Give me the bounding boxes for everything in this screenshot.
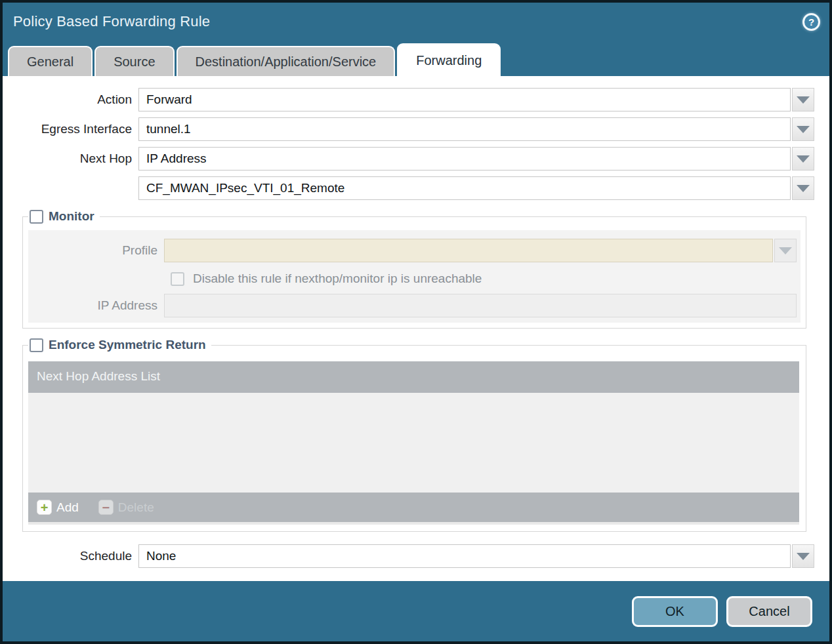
schedule-label: Schedule xyxy=(3,549,138,563)
symmetric-return-legend-label: Enforce Symmetric Return xyxy=(49,338,206,352)
cancel-button[interactable]: Cancel xyxy=(726,596,812,627)
next-hop-address-dropdown-button[interactable] xyxy=(792,176,814,200)
monitor-legend: Monitor xyxy=(28,209,100,224)
dialog-title: Policy Based Forwarding Rule xyxy=(13,13,210,30)
next-hop-address-select[interactable]: CF_MWAN_IPsec_VTI_01_Remote xyxy=(138,176,791,200)
tab-forwarding-label: Forwarding xyxy=(416,53,482,68)
disable-rule-row: Disable this rule if nexthop/monitor ip … xyxy=(171,272,797,286)
ok-button[interactable]: OK xyxy=(632,596,718,627)
tab-destination-application-service[interactable]: Destination/Application/Service xyxy=(177,46,396,76)
schedule-row: Schedule None xyxy=(3,544,814,568)
add-button-label: Add xyxy=(56,500,79,515)
chevron-down-icon xyxy=(797,126,810,133)
action-row: Action Forward xyxy=(3,88,814,111)
schedule-dropdown-button[interactable] xyxy=(792,544,814,568)
titlebar: Policy Based Forwarding Rule ? xyxy=(3,3,829,41)
plus-icon: + xyxy=(37,500,52,515)
next-hop-address-list-toolbar: + Add − Delete xyxy=(28,493,799,522)
profile-dropdown-button xyxy=(774,239,797,262)
tab-source-label: Source xyxy=(114,54,155,70)
dialog-footer: OK Cancel xyxy=(3,581,829,641)
egress-interface-select[interactable]: tunnel.1 xyxy=(138,117,791,141)
chevron-down-icon xyxy=(797,96,810,104)
monitor-checkbox[interactable] xyxy=(30,210,43,224)
monitor-legend-label: Monitor xyxy=(49,209,94,224)
action-label: Action xyxy=(3,92,138,107)
symmetric-return-legend: Enforce Symmetric Return xyxy=(28,338,211,352)
forwarding-tab-panel: Action Forward Egress Interface tunnel.1… xyxy=(3,76,829,581)
delete-button-label: Delete xyxy=(118,500,154,515)
profile-label: Profile xyxy=(28,243,164,258)
next-hop-row: Next Hop IP Address xyxy=(3,147,814,171)
profile-select xyxy=(164,239,773,262)
chevron-down-icon xyxy=(797,553,810,560)
delete-button: − Delete xyxy=(98,500,154,515)
monitor-section: Monitor Profile Disable this rule if nex… xyxy=(22,209,806,329)
list-bottom-strip xyxy=(28,522,799,525)
egress-interface-dropdown-button[interactable] xyxy=(792,117,814,141)
chevron-down-icon xyxy=(797,185,810,192)
schedule-select[interactable]: None xyxy=(138,544,791,568)
monitor-ip-address-input xyxy=(164,294,797,317)
monitor-panel: Profile Disable this rule if nexthop/mon… xyxy=(28,230,801,323)
action-dropdown-button[interactable] xyxy=(792,88,814,111)
tab-bar: General Source Destination/Application/S… xyxy=(3,41,829,76)
symmetric-return-checkbox[interactable] xyxy=(30,338,43,352)
next-hop-address-list: Next Hop Address List + Add − Delete xyxy=(28,361,799,525)
next-hop-address-list-header: Next Hop Address List xyxy=(28,361,799,393)
minus-icon: − xyxy=(98,500,114,515)
next-hop-address-row: CF_MWAN_IPsec_VTI_01_Remote xyxy=(3,176,814,200)
chevron-down-icon xyxy=(797,155,810,163)
next-hop-dropdown-button[interactable] xyxy=(792,147,814,171)
egress-interface-label: Egress Interface xyxy=(3,122,138,136)
action-select[interactable]: Forward xyxy=(138,88,791,111)
chevron-down-icon xyxy=(779,247,792,254)
disable-rule-label: Disable this rule if nexthop/monitor ip … xyxy=(193,272,482,286)
profile-row: Profile xyxy=(28,239,797,262)
disable-rule-checkbox xyxy=(171,272,184,286)
next-hop-type-select[interactable]: IP Address xyxy=(138,147,791,171)
next-hop-address-list-body[interactable] xyxy=(28,393,799,493)
policy-based-forwarding-dialog: Policy Based Forwarding Rule ? General S… xyxy=(0,0,832,644)
monitor-ip-address-row: IP Address xyxy=(28,294,797,317)
tab-general[interactable]: General xyxy=(8,46,93,76)
monitor-ip-address-label: IP Address xyxy=(28,298,164,313)
next-hop-label: Next Hop xyxy=(3,151,138,166)
tab-destination-label: Destination/Application/Service xyxy=(196,54,377,70)
egress-interface-row: Egress Interface tunnel.1 xyxy=(3,117,814,141)
tab-source[interactable]: Source xyxy=(94,46,174,76)
add-button[interactable]: + Add xyxy=(37,500,79,515)
help-icon[interactable]: ? xyxy=(802,13,820,31)
tab-forwarding[interactable]: Forwarding xyxy=(397,43,501,76)
symmetric-return-section: Enforce Symmetric Return Next Hop Addres… xyxy=(22,338,806,532)
tab-general-label: General xyxy=(27,54,73,70)
